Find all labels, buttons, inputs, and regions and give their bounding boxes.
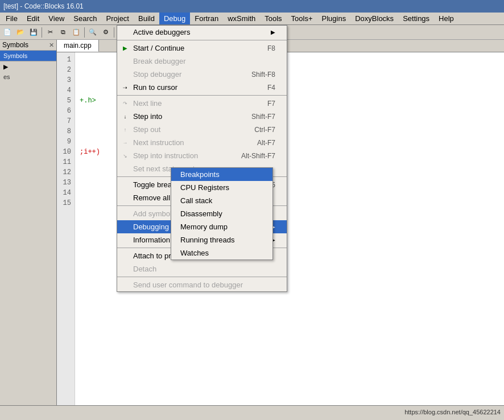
shortcut-f8: F8	[267, 44, 275, 52]
menu-doxyblocks[interactable]: DoxyBlocks	[350, 13, 398, 24]
menu-edit[interactable]: Edit	[22, 13, 44, 24]
menu-break-debugger: Break debugger	[117, 55, 287, 68]
left-panel-title: Symbols	[2, 41, 28, 49]
shortcut-f4: F4	[267, 84, 275, 92]
debugging-windows-submenu[interactable]: Breakpoints CPU Registers Call stack Dis…	[171, 167, 273, 260]
status-text: https://blog.csdn.net/qq_45622214	[404, 409, 501, 415]
menu-tools[interactable]: Tools	[260, 13, 286, 24]
line-num-5: 5	[60, 96, 71, 106]
next-line-icon: ↷	[121, 99, 130, 108]
submenu-breakpoints[interactable]: Breakpoints	[171, 168, 272, 181]
menu-send-user-command: Send user command to debugger	[117, 278, 287, 291]
menu-bar: File Edit View Search Project Build Debu…	[0, 13, 504, 25]
menu-build[interactable]: Build	[134, 13, 159, 24]
submenu-running-threads[interactable]: Running threads	[171, 233, 272, 246]
menu-step-out: ↑ Step out Ctrl-F7	[117, 123, 287, 136]
line-num-12: 12	[60, 167, 71, 178]
menu-stop-debugger: Stop debugger Shift-F8	[117, 68, 287, 81]
menu-debug[interactable]: Debug	[159, 13, 190, 24]
submenu-cpu-registers[interactable]: CPU Registers	[171, 181, 272, 194]
sep-2	[117, 95, 287, 96]
toolbar-replace[interactable]: ⚙	[100, 26, 112, 39]
menu-detach: Detach	[117, 262, 287, 275]
line-num-4: 4	[60, 85, 71, 96]
sep-6	[117, 277, 287, 277]
left-panel: Symbols ✕ Symbols ▶ es	[0, 40, 57, 405]
line-num-1: 1	[60, 55, 71, 65]
next-instr-icon: →	[121, 138, 130, 147]
sep-1	[117, 40, 287, 40]
menu-plugins[interactable]: Plugins	[317, 13, 351, 24]
line-num-11: 11	[60, 157, 71, 167]
line-num-9: 9	[60, 137, 71, 147]
menu-wxsmith[interactable]: wxSmith	[223, 13, 260, 24]
submenu-memory-dump[interactable]: Memory dump	[171, 220, 272, 233]
left-panel-content: es	[0, 72, 56, 81]
toolbar-find[interactable]: 🔍	[86, 26, 99, 39]
toolbar-new[interactable]: 📄	[1, 26, 14, 39]
run-cursor-icon: ⇢	[121, 83, 130, 92]
step-into-icon: ↓	[121, 112, 130, 121]
submenu-call-stack[interactable]: Call stack	[171, 194, 272, 207]
menu-toolsplus[interactable]: Tools+	[287, 13, 317, 24]
shortcut-shift-f7: Shift-F7	[251, 113, 275, 121]
left-panel-tabs: Symbols	[0, 51, 56, 61]
play-icon: ▶	[121, 44, 130, 53]
menu-step-into[interactable]: ↓ Step into Shift-F7	[117, 110, 287, 123]
menu-step-into-instruction: ↘ Step into instruction Alt-Shift-F7	[117, 149, 287, 162]
submenu-arrow-active: ▶	[271, 29, 275, 35]
submenu-watches[interactable]: Watches	[171, 246, 272, 260]
line-num-7: 7	[60, 116, 71, 126]
menu-start-continue[interactable]: ▶ Start / Continue F8	[117, 42, 287, 55]
toolbar-paste[interactable]: 📋	[70, 26, 82, 39]
line-numbers: 1 2 3 4 5 6 7 8 9 10 11 12 13 14 15	[57, 52, 75, 405]
line-num-2: 2	[60, 65, 71, 75]
menu-project[interactable]: Project	[102, 13, 134, 24]
left-panel-header: Symbols ✕	[0, 40, 56, 51]
left-panel-close-btn[interactable]: ✕	[49, 42, 54, 49]
status-bar: https://blog.csdn.net/qq_45622214	[0, 405, 504, 418]
menu-file[interactable]: File	[1, 13, 22, 24]
step-out-icon: ↑	[121, 125, 130, 134]
toolbar-copy[interactable]: ⧉	[57, 26, 69, 39]
line-num-8: 8	[60, 126, 71, 137]
menu-run-to-cursor[interactable]: ⇢ Run to cursor F4	[117, 81, 287, 94]
menu-next-line: ↷ Next line F7	[117, 97, 287, 110]
line-num-14: 14	[60, 188, 71, 198]
menu-view[interactable]: View	[44, 13, 69, 24]
toolbar-cut[interactable]: ✂	[44, 26, 56, 39]
toolbar-open[interactable]: 📂	[14, 26, 27, 39]
line-num-3: 3	[60, 75, 71, 85]
menu-next-instruction: → Next instruction Alt-F7	[117, 136, 287, 149]
menu-search[interactable]: Search	[69, 13, 101, 24]
title-bar: [test] - Code::Blocks 16.01	[0, 0, 504, 13]
toolbar-save[interactable]: 💾	[27, 26, 40, 39]
line-num-10: 10	[60, 147, 71, 157]
editor-tab-main[interactable]: main.cpp	[57, 40, 99, 52]
menu-active-debuggers[interactable]: Active debuggers ▶	[117, 26, 287, 39]
menu-help[interactable]: Help	[434, 13, 458, 24]
menu-fortran[interactable]: Fortran	[190, 13, 223, 24]
step-into-instr-icon: ↘	[121, 151, 130, 160]
line-num-6: 6	[60, 106, 71, 116]
submenu-disassembly[interactable]: Disassembly	[171, 207, 272, 220]
left-panel-tab-symbols[interactable]: Symbols	[0, 51, 56, 61]
menu-settings[interactable]: Settings	[398, 13, 434, 24]
toolbar-sep-3	[114, 27, 114, 38]
title-text: [test] - Code::Blocks 16.01	[3, 2, 84, 10]
line-num-13: 13	[60, 178, 71, 188]
toolbar-sep-2	[84, 27, 85, 38]
symbols-expand[interactable]: ▶	[0, 61, 56, 72]
line-num-15: 15	[60, 198, 71, 208]
toolbar-sep-1	[42, 27, 42, 38]
